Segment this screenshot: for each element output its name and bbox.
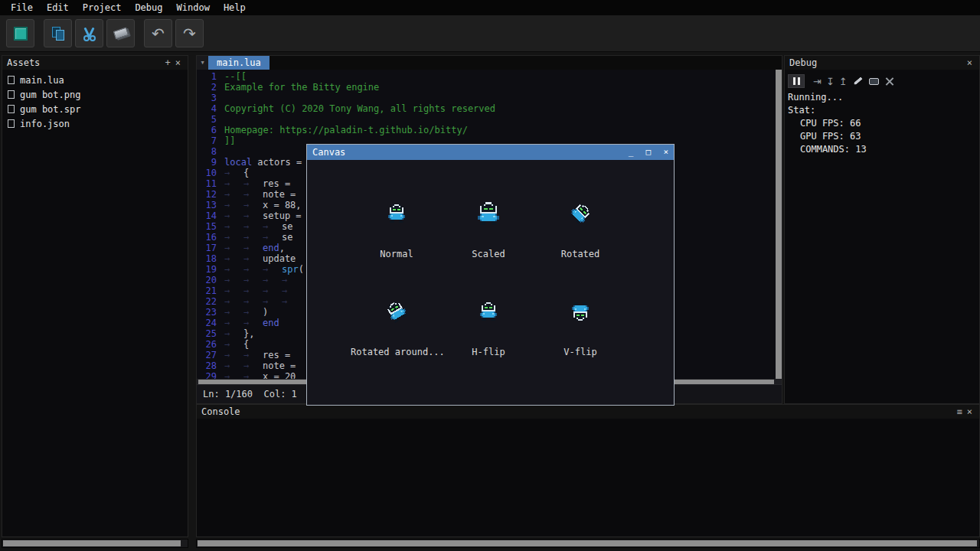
assets-horizontal-scrollbar[interactable]	[2, 539, 188, 548]
menu-item-file[interactable]: File	[4, 0, 40, 15]
pencil-icon[interactable]	[853, 77, 863, 85]
code-line: 3	[197, 93, 782, 103]
pause-icon	[793, 77, 795, 85]
file-icon	[8, 76, 15, 84]
redo-button[interactable]: ↷	[175, 19, 204, 47]
code-line: 6Homepage: https://paladin-t.github.io/b…	[197, 125, 782, 135]
debug-stat-label: Stat:	[785, 104, 979, 117]
pause-button[interactable]	[788, 74, 805, 88]
line-number: 26	[197, 339, 217, 350]
close-assets-button[interactable]: ×	[173, 56, 183, 70]
demo-label: Normal	[351, 249, 443, 259]
assets-list: main.luagum bot.pnggum bot.sprinfo.json	[2, 70, 188, 131]
clear-cross-icon[interactable]	[885, 77, 895, 86]
line-number: 19	[197, 264, 217, 275]
line-number: 17	[197, 243, 217, 253]
demo-label: Rotated around...	[351, 347, 443, 357]
undo-button[interactable]: ↶	[144, 19, 172, 47]
asset-name: main.lua	[20, 75, 64, 86]
demo-label: H-flip	[443, 347, 534, 357]
menu-item-debug[interactable]: Debug	[128, 0, 169, 15]
minimize-button[interactable]: _	[629, 147, 634, 157]
asset-item[interactable]: main.lua	[2, 73, 188, 87]
pause-icon	[798, 77, 800, 85]
asset-item[interactable]: gum bot.png	[2, 87, 188, 102]
line-number: 24	[197, 318, 217, 328]
canvas-title-bar[interactable]: Canvas _ □ ×	[307, 145, 674, 160]
console-output[interactable]	[197, 419, 979, 536]
line-number: 11	[197, 178, 217, 189]
step-into-button[interactable]: ↧	[826, 77, 835, 86]
line-number: 29	[197, 371, 217, 379]
menu-item-help[interactable]: Help	[217, 0, 253, 15]
editor-vertical-scrollbar[interactable]	[776, 70, 782, 379]
line-number: 23	[197, 307, 217, 318]
cut-button[interactable]	[75, 19, 103, 47]
tab-main-lua[interactable]: main.lua	[208, 56, 270, 70]
maximize-button[interactable]: □	[646, 147, 652, 157]
canvas-content: NormalScaledRotatedRotated around...H-fl…	[307, 160, 674, 405]
canvas-demo-cell: Normal	[351, 181, 443, 279]
robot-sprite	[476, 202, 501, 225]
menu-item-window[interactable]: Window	[170, 0, 217, 15]
scrollbar-thumb[interactable]	[198, 540, 977, 546]
robot-sprite	[570, 302, 590, 321]
robot-sprite	[567, 200, 593, 227]
line-number: 8	[197, 146, 217, 157]
console-panel: Console ≡ ×	[196, 404, 980, 537]
asset-item[interactable]: gum bot.spr	[2, 102, 188, 116]
asset-name: gum bot.spr	[20, 104, 80, 115]
menu-item-project[interactable]: Project	[76, 0, 129, 15]
console-horizontal-scrollbar[interactable]	[196, 539, 980, 548]
debug-toolbar: ⇥ ↧ ↥	[785, 70, 979, 91]
asset-name: info.json	[20, 119, 70, 129]
line-number: 5	[197, 114, 217, 125]
line-number: 4	[197, 103, 217, 114]
line-number: 14	[197, 210, 217, 221]
line-number: 6	[197, 125, 217, 135]
close-console-button[interactable]: ×	[965, 405, 975, 419]
canvas-title: Canvas	[312, 147, 345, 158]
line-number: 3	[197, 93, 217, 103]
menu-bar: FileEditProjectDebugWindowHelp	[0, 0, 980, 15]
paste-button[interactable]	[106, 19, 135, 47]
menu-item-edit[interactable]: Edit	[40, 0, 76, 15]
line-number: 10	[197, 168, 217, 178]
redo-icon: ↷	[183, 26, 196, 41]
tab-list-button[interactable]: ▼	[197, 56, 208, 70]
add-asset-button[interactable]: +	[163, 56, 173, 70]
canvas-demo-cell: Rotated	[534, 181, 626, 279]
step-over-button[interactable]: ⇥	[813, 77, 822, 86]
scrollbar-thumb[interactable]	[3, 540, 181, 546]
step-out-button[interactable]: ↥	[839, 77, 848, 86]
robot-sprite	[479, 302, 498, 321]
asset-item[interactable]: info.json	[2, 116, 188, 131]
undo-icon: ↶	[152, 26, 165, 41]
robot-sprite	[387, 204, 407, 223]
toolbar: ↶ ↷	[0, 15, 980, 52]
close-canvas-button[interactable]: ×	[663, 147, 668, 157]
stop-icon	[14, 27, 28, 41]
line-number: 28	[197, 360, 217, 371]
debug-stats: CPU FPS: 66GPU FPS: 63COMMANDS: 13	[785, 117, 979, 156]
debug-running-status: Running...	[785, 91, 979, 104]
canvas-window[interactable]: Canvas _ □ × NormalScaledRotatedRotated …	[306, 144, 675, 406]
line-number: 22	[197, 296, 217, 307]
copy-icon	[51, 26, 66, 41]
canvas-demo-cell: V-flip	[534, 279, 626, 377]
demo-label: Rotated	[534, 249, 626, 259]
console-list-icon[interactable]: ≡	[955, 405, 965, 419]
code-line: 5	[197, 114, 782, 125]
code-line: 1--[[	[197, 71, 782, 82]
stop-button[interactable]	[6, 19, 34, 47]
file-icon	[8, 105, 15, 113]
line-number: 7	[197, 135, 217, 146]
assets-header: Assets + ×	[2, 56, 188, 70]
assets-title: Assets	[7, 57, 40, 68]
file-icon	[8, 119, 15, 128]
debug-stat: GPU FPS: 63	[785, 130, 979, 143]
demo-label: V-flip	[534, 347, 626, 357]
copy-button[interactable]	[44, 19, 72, 47]
solid-rect-icon[interactable]	[869, 78, 879, 85]
close-debug-button[interactable]: ×	[965, 56, 975, 70]
